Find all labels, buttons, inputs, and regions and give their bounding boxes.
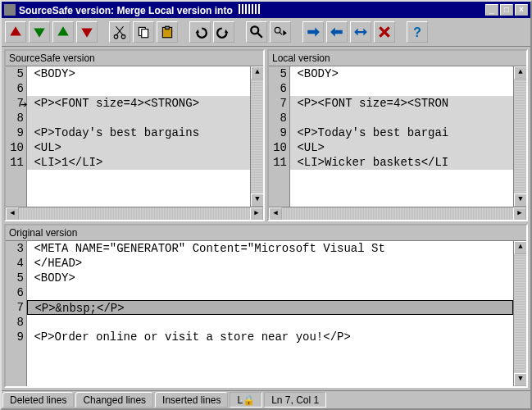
cursor-position: Ln 7, Col 1 [264, 392, 326, 408]
vscrollbar[interactable]: ▲ ▼ [513, 241, 526, 386]
code-line[interactable]: <LI>Wicker baskets</LI [290, 155, 513, 170]
code-line[interactable]: <LI>1</LI> [27, 155, 250, 170]
scroll-up-icon[interactable]: ▲ [514, 66, 526, 80]
code-line[interactable]: <P><FONT size=4><STRON [290, 96, 513, 111]
line-number: 8 [8, 315, 24, 330]
code-line[interactable] [27, 285, 513, 300]
code-line[interactable] [27, 111, 250, 125]
close-button[interactable]: × [515, 4, 528, 16]
lock-indicator: L🔒 [230, 392, 262, 408]
redo-button[interactable] [213, 21, 234, 43]
scroll-track[interactable] [514, 80, 526, 194]
scroll-track[interactable] [514, 254, 526, 373]
line-number: 8 [271, 111, 287, 125]
hscrollbar[interactable]: ◀ ▶ [6, 207, 263, 220]
title-label: SourceSafe version: Merge Local version … [19, 5, 233, 16]
nav-down-green-icon [32, 25, 47, 39]
scroll-left-icon[interactable]: ◀ [269, 207, 282, 220]
find-button[interactable] [246, 21, 267, 43]
code-line[interactable]: <P>Today's best bargai [290, 125, 513, 140]
nav-down-red-icon [80, 25, 94, 39]
line-number: 5 [8, 66, 24, 81]
line-number: 6 [271, 81, 287, 96]
merge-both-button[interactable] [350, 21, 371, 43]
line-number: 11 [271, 155, 287, 170]
code-line[interactable] [27, 315, 513, 330]
tab-changed[interactable]: Changed lines [75, 392, 153, 408]
top-row: SourceSafe version ➔ 567891011 <BODY> <P… [4, 49, 528, 221]
line-number: 6 [8, 285, 24, 300]
scroll-track[interactable] [251, 80, 263, 194]
line-number: 6 [8, 81, 24, 96]
tab-deleted[interactable]: Deleted lines [2, 392, 74, 408]
code-line[interactable]: <BODY> [27, 271, 513, 285]
code-line[interactable]: <P>Today's best bargains [27, 125, 250, 140]
paste-button[interactable] [157, 21, 178, 43]
nav-down-red-button[interactable] [76, 21, 98, 43]
undo-button[interactable] [189, 21, 211, 43]
find-next-icon [273, 25, 288, 39]
maximize-button[interactable]: □ [500, 4, 513, 16]
nav-up-red-icon [8, 25, 23, 39]
nav-down-green-button[interactable] [29, 21, 50, 43]
scroll-down-icon[interactable]: ▼ [251, 194, 263, 207]
line-number: 3 [8, 241, 24, 256]
minimize-button[interactable]: _ [485, 4, 498, 16]
code-lines[interactable]: <BODY> <P><FONT size=4><STRONG> <P>Today… [27, 66, 250, 207]
code-line[interactable] [290, 81, 513, 96]
scroll-right-icon[interactable]: ▶ [250, 207, 263, 220]
vscrollbar[interactable]: ▲ ▼ [513, 66, 526, 207]
vscrollbar[interactable]: ▲ ▼ [250, 66, 263, 207]
merge-right-button[interactable] [302, 21, 324, 43]
line-number: 9 [271, 125, 287, 140]
code-line[interactable]: <BODY> [27, 66, 250, 81]
scroll-down-icon[interactable]: ▼ [514, 194, 526, 207]
code-line[interactable]: <P>Order online or visit a store near yo… [27, 330, 513, 344]
merge-left-button[interactable] [326, 21, 348, 43]
line-number: 4 [8, 256, 24, 271]
line-number: 5 [271, 66, 287, 81]
code-lines[interactable]: <META NAME="GENERATOR" Content="Microsof… [27, 241, 513, 386]
local-pane: Local version 567891011 <BODY> <P><FONT … [267, 49, 528, 221]
code-line[interactable] [290, 111, 513, 125]
scroll-right-icon[interactable]: ▶ [513, 207, 526, 220]
scroll-down-icon[interactable]: ▼ [514, 373, 526, 386]
code-line[interactable]: <P><FONT size=4><STRONG> [27, 96, 250, 111]
nav-up-green-button[interactable] [52, 21, 74, 43]
code-line[interactable]: <UL> [290, 140, 513, 155]
code-line[interactable] [27, 81, 250, 96]
original-pane: Original version 3456789 <META NAME="GEN… [4, 224, 528, 388]
local-code[interactable]: 567891011 <BODY> <P><FONT size=4><STRON … [269, 66, 526, 220]
scroll-track[interactable] [282, 207, 513, 220]
cut-button[interactable] [109, 21, 130, 43]
window-controls: _ □ × [485, 4, 528, 16]
code-lines[interactable]: <BODY> <P><FONT size=4><STRON <P>Today's… [290, 66, 513, 207]
find-next-button[interactable] [270, 21, 291, 43]
scroll-track[interactable] [19, 207, 250, 220]
current-line-marker-icon: ➔ [20, 98, 27, 112]
scroll-left-icon[interactable]: ◀ [6, 207, 19, 220]
help-icon: ? [410, 25, 425, 39]
copy-button[interactable] [133, 21, 154, 43]
hscrollbar[interactable]: ◀ ▶ [269, 207, 526, 220]
sourcesafe-code[interactable]: ➔ 567891011 <BODY> <P><FONT size=4><STRO… [6, 66, 263, 220]
merge-both-icon [353, 25, 368, 39]
help-button[interactable]: ? [407, 21, 428, 43]
scroll-up-icon[interactable]: ▲ [514, 241, 526, 254]
tab-inserted[interactable]: Inserted lines [155, 392, 228, 408]
merge-right-icon [306, 25, 321, 39]
scroll-up-icon[interactable]: ▲ [251, 66, 263, 80]
sourcesafe-pane: SourceSafe version ➔ 567891011 <BODY> <P… [4, 49, 265, 221]
titlebar[interactable]: SourceSafe version: Merge Local version … [2, 2, 530, 18]
code-line[interactable]: <BODY> [290, 66, 513, 81]
merge-cancel-button[interactable] [374, 21, 395, 43]
code-line[interactable]: <UL> [27, 140, 250, 155]
nav-up-red-button[interactable] [5, 21, 26, 43]
code-line[interactable]: <P>&nbsp;</P> [27, 300, 513, 315]
original-code[interactable]: 3456789 <META NAME="GENERATOR" Content="… [6, 241, 526, 386]
code-line[interactable]: <META NAME="GENERATOR" Content="Microsof… [27, 241, 513, 256]
toolbar: ? [2, 18, 530, 47]
line-number: 10 [8, 140, 24, 155]
code-line[interactable]: </HEAD> [27, 256, 513, 271]
copy-icon [136, 25, 151, 39]
